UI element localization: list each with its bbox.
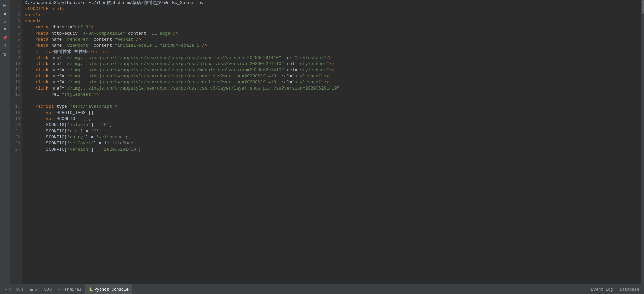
python-icon: 🐍 [89, 287, 93, 292]
code-line-4: <meta charset = "utf-8" > [25, 24, 641, 31]
path-line: D:\anaconda3\python.exe E:/Yhen的phcharm/… [25, 0, 641, 6]
code-line-7: <meta name = "viewport" content = "initi… [25, 43, 641, 49]
terminal-icon: ▭ [58, 287, 61, 292]
code-line-15: rel = "stylesheet" /> [25, 92, 641, 98]
code-line-3: <head> [25, 18, 641, 24]
code-line-9: <link href = "//img.t.sinajs.cn/t4/appst… [25, 55, 641, 61]
todo-icon: ☰ [30, 287, 33, 292]
tab-terminal[interactable]: ▭ Terminal [55, 284, 85, 294]
code-line-24: $CONFIG [ 'version' ] = '202006291410' ; [25, 146, 641, 153]
code-line-10: <link href = "//img.t.sinajs.cn/t4/appst… [25, 61, 641, 67]
tab-todo-label: 6: TODO [35, 287, 52, 292]
code-line-11: <link href = "//img.t.sinajs.cn/t4/appst… [25, 67, 641, 73]
run-icon: ▶ [5, 287, 7, 292]
right-scrollbar[interactable] [641, 0, 644, 284]
code-line-16 [25, 98, 641, 104]
code-line-23: $CONFIG [ 'setCover' ] = 1 ; //ie6hack [25, 140, 641, 146]
tab-run[interactable]: ▶ 4: Run [1, 284, 26, 294]
code-line-12: <link href = "//img.t.sinajs.cn/t4/appst… [25, 73, 641, 79]
right-tabs: Event Log Database [588, 284, 643, 294]
scroll-thumb[interactable] [642, 0, 644, 14]
left-toolbar: ▶ ◼ ↺ ≡ 📌 🖨 🗑 [0, 0, 10, 284]
tab-database-label: Database [620, 287, 639, 292]
pin-button[interactable]: 📌 [1, 34, 9, 41]
code-line-13: <link href = "//img.t.sinajs.cn/t4/appst… [25, 79, 641, 85]
main-container: ▶ ◼ ↺ ≡ 📌 🖨 🗑 1 2 3 4 5 6 7 8 9 10 11 12… [0, 0, 644, 284]
code-line-21: $CONFIG [ 'uid' ] = '0' ; [25, 128, 641, 134]
code-line-5: <meta http-equiv = "X-UA-Compatible" con… [25, 31, 641, 37]
tab-python-console[interactable]: 🐍 Python Console [85, 284, 132, 294]
code-area[interactable]: D:\anaconda3\python.exe E:/Yhen的phcharm/… [22, 0, 641, 284]
code-line-18: var $PHOTO_TAGS =[] [25, 110, 641, 116]
tab-event-log-label: Event Log [591, 287, 613, 292]
run-button[interactable]: ▶ [1, 1, 9, 9]
code-line-20: $CONFIG [ 'islogin' ] = '0' ; [25, 122, 641, 128]
print-button[interactable]: 🖨 [1, 42, 9, 50]
stop-button[interactable]: ◼ [1, 9, 9, 17]
tab-todo[interactable]: ☰ 6: TODO [26, 284, 55, 294]
code-line-19: var $CONFIG = {}; [25, 116, 641, 122]
code-line-14: <link href = "//img.t.sinajs.cn/t4/appst… [25, 85, 641, 92]
bottom-bar: ▶ 4: Run ☰ 6: TODO ▭ Terminal 🐍 Python C… [0, 284, 644, 294]
tab-event-log[interactable]: Event Log [588, 284, 617, 294]
code-line-22: $CONFIG [ 'entry' ] = 'weisousuo' ; [25, 134, 641, 140]
code-line-2: <html> [25, 12, 641, 18]
line-numbers: 1 2 3 4 5 6 7 8 9 10 11 12 13 14 15 17 1… [10, 0, 22, 284]
code-line-1: <!DOCTYPE html> [25, 6, 641, 12]
rerun-button[interactable]: ↺ [1, 18, 9, 25]
code-line-17: <script type = "text/javascript" > [25, 104, 641, 110]
delete-button[interactable]: 🗑 [1, 50, 9, 58]
tab-terminal-label: Terminal [62, 287, 82, 292]
code-line-8: <title> 微博搜索-热搜榜 </title> [25, 49, 641, 55]
tab-run-label: 4: Run [8, 287, 23, 292]
tab-database[interactable]: Database [616, 284, 643, 294]
tab-python-console-label: Python Console [95, 287, 129, 292]
code-line-6: <meta name = "renderer" content = "webki… [25, 37, 641, 43]
list-button[interactable]: ≡ [1, 26, 9, 33]
